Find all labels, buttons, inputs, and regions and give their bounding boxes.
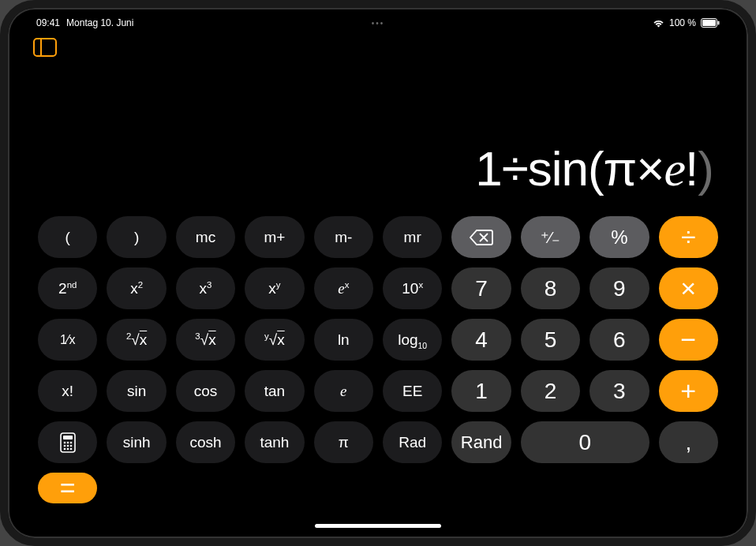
calculator-icon <box>60 432 76 453</box>
status-time: 09:41 <box>36 17 60 28</box>
cos-button[interactable]: cos <box>176 370 235 412</box>
svg-point-10 <box>69 444 72 447</box>
epowx-button[interactable]: ex <box>314 267 373 309</box>
multiply-button[interactable]: × <box>659 267 718 309</box>
sqrt-button[interactable]: 2√x <box>107 319 166 361</box>
pi-button[interactable]: π <box>314 421 373 463</box>
svg-rect-2 <box>718 21 720 25</box>
log10-button[interactable]: log10 <box>383 319 442 361</box>
plusminus-button[interactable]: ⁺∕₋ <box>521 216 580 258</box>
tan-button[interactable]: tan <box>245 370 304 412</box>
seven-button[interactable]: 7 <box>451 267 511 309</box>
tanh-button[interactable]: tanh <box>245 421 304 463</box>
rand-button[interactable]: Rand <box>451 421 511 463</box>
home-indicator[interactable] <box>315 524 441 528</box>
svg-point-11 <box>63 447 65 450</box>
divide-button[interactable]: ÷ <box>659 216 718 258</box>
svg-point-8 <box>63 444 65 447</box>
sidebar-toggle-icon[interactable] <box>33 38 57 57</box>
battery-text: 100 % <box>669 17 696 28</box>
eight-button[interactable]: 8 <box>521 267 580 309</box>
status-date: Montag 10. Juni <box>66 17 133 28</box>
nine-button[interactable]: 9 <box>589 267 649 309</box>
equals-button[interactable]: = <box>38 473 97 503</box>
e-button[interactable]: e <box>314 370 373 412</box>
zero-button[interactable]: 0 <box>521 421 649 463</box>
xpowy-button[interactable]: xy <box>245 267 304 309</box>
backspace-button[interactable] <box>451 216 511 258</box>
tenpowx-button[interactable]: 10x <box>383 267 442 309</box>
ee-button[interactable]: EE <box>383 370 442 412</box>
mminus-button[interactable]: m- <box>314 216 373 258</box>
two-button[interactable]: 2 <box>521 370 580 412</box>
svg-point-7 <box>69 441 72 443</box>
svg-rect-4 <box>63 436 73 439</box>
plus-button[interactable]: + <box>659 370 718 412</box>
svg-point-13 <box>69 447 72 450</box>
reciprocal-button[interactable]: 1⁄x <box>38 319 97 361</box>
svg-point-9 <box>66 444 69 447</box>
screen: 09:41 Montag 10. Juni ••• 100 % 1÷sin(π×… <box>14 14 742 532</box>
percent-button[interactable]: % <box>589 216 649 258</box>
rparen-button[interactable]: ) <box>107 216 166 258</box>
xsquared-button[interactable]: x2 <box>107 267 166 309</box>
four-button[interactable]: 4 <box>451 319 511 361</box>
expression-display[interactable]: 1÷sin(π×e!) <box>14 60 742 211</box>
lparen-button[interactable]: ( <box>38 216 97 258</box>
rad-button[interactable]: Rad <box>383 421 442 463</box>
cosh-button[interactable]: cosh <box>176 421 235 463</box>
keypad: ( ) mc m+ m- mr ⁺∕₋ % ÷ 2nd x2 x3 xy ex … <box>14 211 742 532</box>
cbrt-button[interactable]: 3√x <box>176 319 235 361</box>
factorial-button[interactable]: x! <box>38 370 97 412</box>
second-button[interactable]: 2nd <box>38 267 97 309</box>
svg-point-6 <box>66 441 69 443</box>
ipad-frame: 09:41 Montag 10. Juni ••• 100 % 1÷sin(π×… <box>0 0 756 546</box>
status-bar: 09:41 Montag 10. Juni ••• 100 % <box>14 14 742 32</box>
mr-button[interactable]: mr <box>383 216 442 258</box>
sinh-button[interactable]: sinh <box>107 421 166 463</box>
yroot-button[interactable]: y√x <box>245 319 304 361</box>
mplus-button[interactable]: m+ <box>245 216 304 258</box>
wifi-icon <box>653 19 664 28</box>
six-button[interactable]: 6 <box>589 319 649 361</box>
svg-point-12 <box>66 447 69 450</box>
decimal-button[interactable]: , <box>659 421 718 463</box>
svg-rect-1 <box>702 20 716 26</box>
toolbar <box>14 32 742 60</box>
backspace-icon <box>470 229 493 246</box>
five-button[interactable]: 5 <box>521 319 580 361</box>
sin-button[interactable]: sin <box>107 370 166 412</box>
xcubed-button[interactable]: x3 <box>176 267 235 309</box>
one-button[interactable]: 1 <box>451 370 511 412</box>
ln-button[interactable]: ln <box>314 319 373 361</box>
minus-button[interactable]: − <box>659 319 718 361</box>
three-button[interactable]: 3 <box>589 370 649 412</box>
calculator-mode-button[interactable] <box>38 421 97 463</box>
multitask-dots[interactable]: ••• <box>372 19 385 28</box>
svg-point-5 <box>63 441 65 443</box>
mc-button[interactable]: mc <box>176 216 235 258</box>
battery-icon <box>701 18 720 28</box>
